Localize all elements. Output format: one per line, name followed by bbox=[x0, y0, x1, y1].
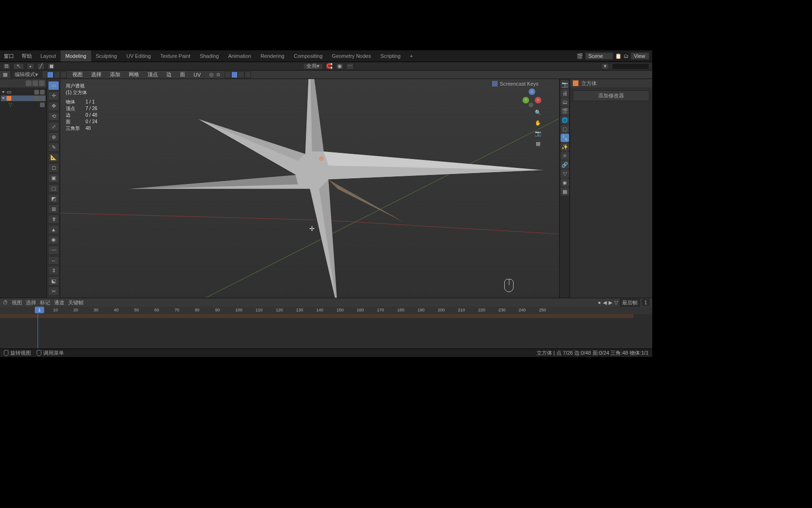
menu-vertex[interactable]: 顶点 bbox=[145, 71, 161, 78]
select-mode-face-icon[interactable]: ◼ bbox=[47, 63, 55, 70]
annotate-tool[interactable]: ✎ bbox=[48, 143, 59, 152]
view-layer-props-tab[interactable]: 🗂 bbox=[561, 98, 569, 106]
physics-props-tab[interactable]: ⚛ bbox=[561, 151, 569, 160]
menu-view[interactable]: 视图 bbox=[70, 71, 86, 78]
tl-menu-keyframe[interactable]: 关键帧 bbox=[68, 299, 84, 306]
orientation-dropdown[interactable]: 全局 ▾ bbox=[303, 63, 323, 70]
options-icon[interactable]: ⋯ bbox=[346, 63, 354, 70]
scale-tool[interactable]: ⤢ bbox=[48, 122, 59, 131]
axis-y[interactable]: Y bbox=[523, 97, 529, 103]
menu-edge[interactable]: 边 bbox=[164, 71, 174, 78]
tl-menu-view[interactable]: 视图 bbox=[12, 299, 22, 306]
camera-icon[interactable] bbox=[40, 96, 45, 101]
tab-compositing[interactable]: Compositing bbox=[289, 50, 327, 62]
editor-type-dropdown-icon[interactable]: ▦ bbox=[3, 71, 8, 78]
select-mode-vert-icon[interactable]: ▪ bbox=[27, 63, 34, 70]
tab-animation[interactable]: Animation bbox=[224, 50, 256, 62]
scene-name-field[interactable]: Scene bbox=[585, 52, 613, 60]
render-props-tab[interactable]: 📷 bbox=[561, 80, 569, 88]
menu-help[interactable]: 帮助 bbox=[18, 53, 36, 60]
loop-cut-tool[interactable]: ⊞ bbox=[48, 204, 59, 214]
eye-icon[interactable] bbox=[40, 103, 45, 107]
tab-texture-paint[interactable]: Texture Paint bbox=[156, 50, 195, 62]
camera-view-icon[interactable]: 📷 bbox=[534, 129, 542, 137]
outliner-search-input[interactable] bbox=[612, 63, 649, 70]
select-mode-edge-icon[interactable]: ╱ bbox=[37, 63, 45, 70]
add-cube-tool[interactable]: ◻ bbox=[48, 163, 59, 173]
rendered-shading-icon[interactable] bbox=[244, 71, 251, 78]
pan-icon[interactable]: ✋ bbox=[534, 119, 542, 127]
extrude-tool[interactable]: ▣ bbox=[48, 174, 59, 183]
menu-add[interactable]: 添加 bbox=[107, 71, 123, 78]
edge-slide-tool[interactable]: ↔ bbox=[48, 256, 59, 265]
disclosure-triangle-icon[interactable] bbox=[2, 97, 5, 99]
tab-shading[interactable]: Shading bbox=[195, 50, 223, 62]
snap-icon[interactable]: 🧲 bbox=[326, 63, 333, 70]
axis-x[interactable]: X bbox=[535, 97, 541, 103]
inset-tool[interactable]: ▢ bbox=[48, 184, 59, 193]
add-modifier-button[interactable]: 添加修改器 bbox=[573, 90, 649, 101]
play-icon[interactable]: ▶ bbox=[609, 300, 612, 306]
nav-gizmo[interactable]: Z Y X bbox=[522, 88, 542, 109]
constraint-props-tab[interactable]: 🔗 bbox=[561, 160, 569, 169]
cursor-tool-button[interactable]: ↖ bbox=[13, 63, 24, 70]
smooth-tool[interactable]: 〰 bbox=[48, 246, 59, 255]
axis-z[interactable]: Z bbox=[529, 88, 535, 95]
proportional-edit-icon[interactable]: ◉ bbox=[336, 63, 344, 70]
tab-uv-editing[interactable]: UV Editing bbox=[122, 50, 156, 62]
shrink-fatten-tool[interactable]: ⇕ bbox=[48, 266, 59, 275]
face-select-icon[interactable] bbox=[60, 71, 67, 78]
world-props-tab[interactable]: 🌐 bbox=[561, 116, 569, 124]
restriction-toggle-icon[interactable] bbox=[26, 80, 31, 86]
timeline-tracks[interactable] bbox=[0, 314, 652, 349]
knife-tool[interactable]: 🗡 bbox=[48, 214, 59, 224]
timeline-editor-icon[interactable]: ⏱ bbox=[3, 300, 8, 305]
measure-tool[interactable]: 📐 bbox=[48, 153, 59, 162]
editor-type-icon[interactable]: ⧉ bbox=[3, 63, 10, 70]
mode-dropdown[interactable]: 编辑模式 ▾ bbox=[10, 70, 42, 79]
cursor-tool[interactable]: ✛ bbox=[48, 91, 59, 101]
tl-menu-select[interactable]: 选择 bbox=[26, 299, 36, 306]
xray-icon[interactable]: ⧈ bbox=[217, 71, 220, 78]
output-props-tab[interactable]: 🖨 bbox=[561, 89, 569, 97]
tab-modeling[interactable]: Modeling bbox=[61, 50, 91, 62]
object-props-tab[interactable]: ▢ bbox=[561, 125, 569, 133]
visibility-icon[interactable] bbox=[32, 80, 38, 86]
particle-props-tab[interactable]: ✨ bbox=[561, 143, 569, 151]
autokey-icon[interactable]: ● bbox=[598, 300, 601, 305]
browse-scene-icon[interactable]: 📋 bbox=[615, 53, 622, 59]
playhead[interactable]: 1 bbox=[35, 307, 44, 313]
shear-tool[interactable]: ⬕ bbox=[48, 276, 59, 286]
eye-icon[interactable] bbox=[34, 90, 39, 95]
transform-tool[interactable]: ⊕ bbox=[48, 132, 59, 142]
collection-row[interactable]: ▭ bbox=[1, 88, 46, 95]
frame-field[interactable]: 1 bbox=[642, 299, 649, 306]
overlays-icon[interactable]: ◎ bbox=[209, 71, 214, 78]
mesh-props-tab[interactable]: ▽ bbox=[561, 169, 569, 178]
perspective-toggle-icon[interactable]: ▦ bbox=[534, 139, 542, 148]
disclosure-triangle-icon[interactable] bbox=[2, 91, 5, 93]
material-shading-icon[interactable] bbox=[238, 71, 244, 78]
wireframe-shading-icon[interactable] bbox=[225, 71, 231, 78]
tab-layout[interactable]: Layout bbox=[36, 50, 61, 62]
axis-neg[interactable] bbox=[529, 103, 533, 107]
scene-props-tab[interactable]: 🎬 bbox=[561, 107, 569, 115]
menu-window[interactable]: 窗口 bbox=[0, 53, 18, 60]
viewlayer-field[interactable]: View bbox=[631, 52, 649, 60]
tab-add[interactable]: + bbox=[405, 50, 417, 62]
move-tool[interactable]: ✥ bbox=[48, 102, 59, 111]
poly-build-tool[interactable]: ▲ bbox=[48, 225, 59, 234]
material-props-tab[interactable]: ◉ bbox=[561, 178, 569, 187]
texture-props-tab[interactable]: ▦ bbox=[561, 187, 569, 196]
tab-sculpting[interactable]: Sculpting bbox=[91, 50, 122, 62]
tl-menu-channel[interactable]: 通道 bbox=[54, 299, 64, 306]
3d-viewport[interactable]: 用户透视 (1) 立方体 物体1 / 1 顶点7 / 26 边0 / 48 面0… bbox=[60, 79, 559, 298]
render-icon[interactable] bbox=[39, 80, 45, 86]
modifier-props-tab[interactable]: 🔧 bbox=[561, 134, 569, 142]
rotate-tool[interactable]: ⟲ bbox=[48, 112, 59, 121]
checkbox-icon[interactable] bbox=[492, 81, 498, 87]
play-reverse-icon[interactable]: ◀ bbox=[603, 300, 607, 306]
bevel-tool[interactable]: ◩ bbox=[48, 194, 59, 203]
solid-shading-icon[interactable] bbox=[231, 71, 238, 78]
select-box-tool[interactable]: ▭ bbox=[48, 81, 59, 90]
